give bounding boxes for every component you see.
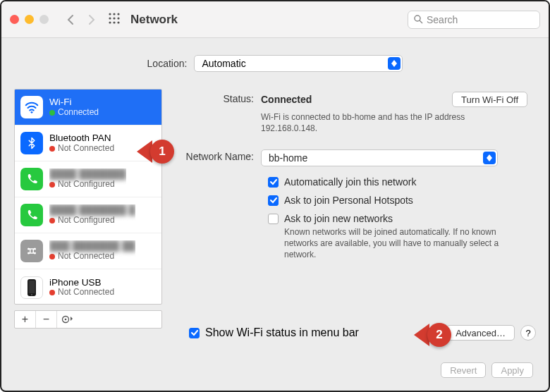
minimize-window-button[interactable] [25,15,34,24]
phone-icon [20,204,43,226]
network-name-label: Network Name: [178,149,261,162]
svg-point-6 [109,21,111,23]
status-dot [49,182,55,188]
svg-point-13 [34,248,36,250]
show-wifi-menubar-label: Show Wi-Fi status in menu bar [205,326,359,339]
service-sidebar: Wi-Fi Connected Bluetooth PAN Not Connec… [14,89,162,329]
location-label: Location: [147,58,188,69]
svg-point-5 [117,17,119,19]
svg-rect-17 [29,281,35,293]
svg-point-11 [31,111,33,114]
service-status: Not Configured [58,180,115,190]
svg-point-2 [117,13,119,15]
wifi-icon [20,96,43,118]
service-name: iPhone USB [49,277,114,288]
status-dot [49,254,55,259]
service-wifi[interactable]: Wi-Fi Connected [15,90,161,125]
stepper-icon [483,152,496,164]
bluetooth-icon [20,132,43,154]
status-description: Wi-Fi is connected to bb-home and has th… [261,111,494,134]
svg-point-8 [117,21,119,23]
content: Location: Automatic Wi-F [1,38,549,392]
titlebar: Network Search [1,1,549,38]
phone-icon [20,168,43,190]
ask-hotspots-label: Ask to join Personal Hotspots [284,195,413,206]
iphone-icon [20,276,43,299]
show-wifi-menubar-checkbox[interactable] [189,328,200,338]
revert-button[interactable]: Revert [441,362,486,378]
advanced-button[interactable]: Advanced… [446,325,515,341]
forward-button[interactable] [82,11,101,29]
svg-point-3 [109,17,111,19]
ask-new-networks-hint: Known networks will be joined automatica… [284,227,503,260]
svg-point-4 [113,17,115,19]
service-status: Not Configured [58,216,115,226]
svg-point-14 [28,252,30,255]
svg-point-18 [31,294,32,295]
location-value: Automatic [202,58,245,69]
status-dot [49,290,55,295]
service-item[interactable]: ████ ███████ Not Configured [15,161,161,197]
svg-point-15 [34,252,36,255]
service-list: Wi-Fi Connected Bluetooth PAN Not Connec… [14,89,162,305]
svg-point-12 [28,248,30,250]
location-select[interactable]: Automatic [194,55,403,72]
location-row: Location: Automatic [14,55,536,72]
svg-point-20 [65,319,67,321]
status-dot [49,218,55,223]
ask-new-networks-label: Ask to join new networks [284,213,503,224]
search-icon [414,15,423,24]
service-iphone-usb[interactable]: iPhone USB Not Connected [15,269,161,305]
show-all-icon[interactable] [108,12,121,27]
zoom-window-button[interactable] [39,15,49,24]
svg-point-0 [109,13,111,15]
search-placeholder: Search [427,14,458,25]
stepper-icon [388,57,401,70]
svg-point-1 [113,13,115,15]
search-input[interactable]: Search [408,11,540,29]
svg-point-9 [415,16,420,21]
detail-pane: Status: Connected Turn Wi-Fi Off Wi-Fi i… [169,89,536,329]
show-status-row: Show Wi-Fi status in menu bar Advanced… … [14,325,536,341]
ask-new-networks-checkbox[interactable] [268,214,279,224]
service-item[interactable]: ████ ███████ █ Not Configured [15,197,161,233]
wifi-toggle-button[interactable]: Turn Wi-Fi Off [452,92,527,107]
service-status: Not Connected [58,288,114,298]
action-buttons: Revert Apply [441,362,533,378]
svg-point-7 [113,21,115,23]
network-prefs-window: Network Search Location: Automatic [0,0,550,392]
ethernet-icon [20,240,43,262]
network-name-select[interactable]: bb-home [261,149,498,166]
service-name: ████ ███████ [49,169,126,180]
apply-button[interactable]: Apply [491,362,533,378]
service-status: Not Connected [58,252,114,262]
auto-join-checkbox[interactable] [268,177,279,188]
service-status: Connected [58,108,99,118]
service-name: Wi-Fi [49,97,99,108]
status-label: Status: [178,92,261,104]
window-title: Network [130,13,178,27]
close-window-button[interactable] [10,15,19,24]
network-name-value: bb-home [269,152,307,164]
status-value: Connected [261,94,312,105]
status-dot [49,146,55,152]
service-item[interactable]: ███ ███████ ██ Not Connected [15,233,161,269]
service-name: ███ ███████ ██ [49,240,135,252]
window-controls [10,15,49,24]
svg-line-10 [420,20,422,23]
service-name: Bluetooth PAN [49,133,114,144]
service-name: ████ ███████ █ [49,204,135,216]
status-dot [49,110,55,116]
service-status: Not Connected [58,144,114,154]
service-bluetooth-pan[interactable]: Bluetooth PAN Not Connected [15,125,161,161]
auto-join-label: Automatically join this network [284,176,417,188]
help-button[interactable]: ? [520,325,536,341]
back-button[interactable] [61,11,80,29]
ask-hotspots-checkbox[interactable] [268,195,279,206]
